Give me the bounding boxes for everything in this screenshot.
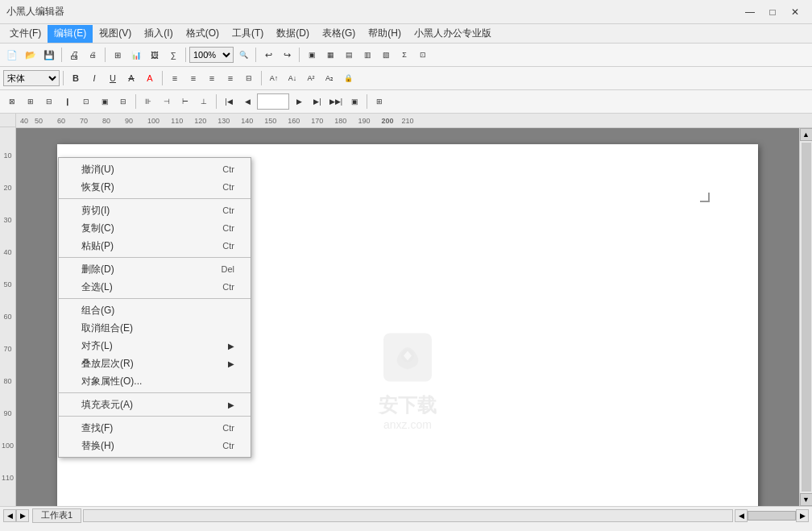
tb3-a[interactable]: ⊠ <box>3 93 21 110</box>
prev-button[interactable]: ◀ <box>238 93 256 110</box>
lock-button[interactable]: 🔒 <box>339 69 357 87</box>
tb-btn-g[interactable]: ⊡ <box>414 46 432 64</box>
status-bar: ◀ ▶ 工作表1 ◀ ▶ <box>0 506 812 524</box>
tb-btn-b[interactable]: ▦ <box>321 46 339 64</box>
font-name-select[interactable]: 宋体 <box>3 70 60 86</box>
menu-cut[interactable]: 剪切(I) Ctr <box>59 201 251 219</box>
menu-table[interactable]: 表格(G) <box>316 25 362 43</box>
h-scroll-track[interactable] <box>748 511 796 521</box>
scroll-thumb[interactable] <box>802 143 811 492</box>
open-button[interactable]: 📂 <box>22 46 39 64</box>
scroll-down-button[interactable]: ▼ <box>800 493 813 506</box>
font-smaller-button[interactable]: A↓ <box>284 69 301 87</box>
menu-align[interactable]: 对齐(L) ▶ <box>59 337 251 355</box>
right-scrollbar[interactable]: ▲ ▼ <box>799 128 812 506</box>
font-bigger-button[interactable]: A↑ <box>265 69 283 87</box>
underline-button[interactable]: U <box>104 69 122 87</box>
chart-button[interactable]: 📊 <box>127 46 145 64</box>
fontcolor-button[interactable]: A <box>141 69 159 87</box>
tb-btn-a[interactable]: ▣ <box>303 46 321 64</box>
tb3-e[interactable]: ⊡ <box>77 93 95 110</box>
next-page-button[interactable]: ▶| <box>309 93 326 110</box>
print-button[interactable]: 🖨 <box>65 46 83 64</box>
image-button[interactable]: 🖼 <box>146 46 164 64</box>
zoom-select[interactable]: 100% 75% 50% 150% <box>189 47 234 63</box>
sheet-nav-right[interactable]: ▶ <box>16 509 29 522</box>
next-button[interactable]: ▶ <box>290 93 308 110</box>
menu-copy[interactable]: 复制(C) Ctr <box>59 219 251 237</box>
sheet-tab[interactable]: 工作表1 <box>32 508 81 523</box>
menu-data[interactable]: 数据(D) <box>270 25 316 43</box>
menu-ungroup[interactable]: 取消组合(E) <box>59 319 251 337</box>
menu-edit[interactable]: 编辑(E) <box>48 25 93 43</box>
align-center-button[interactable]: ≡ <box>184 69 202 87</box>
maximize-button[interactable]: □ <box>762 4 783 20</box>
sep-e <box>59 416 251 417</box>
tb3-b[interactable]: ⊞ <box>22 93 39 110</box>
menu-tools[interactable]: 工具(T) <box>226 25 270 43</box>
subscript-button[interactable]: A₂ <box>321 69 338 87</box>
menu-undo[interactable]: 撤消(U) Ctr <box>59 160 251 178</box>
tb3-n[interactable]: ⊞ <box>371 93 388 110</box>
left-ruler: 10 20 30 40 50 60 70 80 90 100 110 120 <box>0 127 16 506</box>
sheet-nav-left[interactable]: ◀ <box>3 509 16 522</box>
prev-page-button[interactable]: |◀ <box>220 93 238 110</box>
menu-replace[interactable]: 替换(H) Ctr <box>59 437 251 454</box>
ruler-h-mark: 110 <box>171 117 183 125</box>
last-page-button[interactable]: ▶▶| <box>327 93 345 110</box>
tb-btn-d[interactable]: ▥ <box>358 46 376 64</box>
menu-help[interactable]: 帮助(H) <box>362 25 408 43</box>
menu-file[interactable]: 文件(F) <box>3 25 48 43</box>
menu-order[interactable]: 叠放层次(R) ▶ <box>59 355 251 372</box>
tb3-k[interactable]: ⊥ <box>195 93 213 110</box>
close-button[interactable]: ✕ <box>785 4 806 20</box>
new-button[interactable]: 📄 <box>3 46 21 64</box>
scroll-left-button[interactable]: ◀ <box>735 509 748 522</box>
menu-redo[interactable]: 恢复(R) Ctr <box>59 178 251 196</box>
table-insert-button[interactable]: ⊞ <box>109 46 126 64</box>
printpreview-button[interactable]: 🖨 <box>84 46 102 64</box>
tb3-c[interactable]: ⊟ <box>40 93 58 110</box>
tb3-h[interactable]: ⊪ <box>139 93 157 110</box>
align-justify-button[interactable]: ≡ <box>222 69 239 87</box>
italic-button[interactable]: I <box>85 69 103 87</box>
menu-selectall[interactable]: 全选(L) Ctr <box>59 278 251 296</box>
menu-find[interactable]: 查找(F) Ctr <box>59 419 251 437</box>
menu-pro[interactable]: 小黑人办公专业版 <box>408 25 498 43</box>
menu-fillelement[interactable]: 填充表元(A) ▶ <box>59 396 251 413</box>
tb3-m[interactable]: ▣ <box>346 93 363 110</box>
tb3-j[interactable]: ⊢ <box>176 93 194 110</box>
save-button[interactable]: 💾 <box>40 46 58 64</box>
tb3-g[interactable]: ⊟ <box>114 93 132 110</box>
menu-delete[interactable]: 删除(D) Del <box>59 260 251 278</box>
tb-btn-f[interactable]: Σ <box>396 46 413 64</box>
menu-paste[interactable]: 粘贴(P) Ctr <box>59 237 251 255</box>
menu-objprop[interactable]: 对象属性(O)... <box>59 372 251 390</box>
tb3-i[interactable]: ⊣ <box>158 93 176 110</box>
align-right-button[interactable]: ≡ <box>203 69 221 87</box>
tb-btn-e[interactable]: ▧ <box>377 46 395 64</box>
formula-button[interactable]: ∑ <box>164 46 182 64</box>
horizontal-scrollbar[interactable] <box>83 509 733 522</box>
replace-shortcut: Ctr <box>222 441 234 450</box>
zoom-btn[interactable]: 🔍 <box>234 46 252 64</box>
tb3-f[interactable]: ▣ <box>96 93 114 110</box>
superscript-button[interactable]: A² <box>302 69 320 87</box>
menu-format[interactable]: 格式(O) <box>180 25 226 43</box>
menu-view[interactable]: 视图(V) <box>93 25 138 43</box>
scroll-right-button[interactable]: ▶ <box>796 509 809 522</box>
align-left-button[interactable]: ≡ <box>166 69 184 87</box>
selectall-shortcut: Ctr <box>222 282 234 292</box>
redo-tb-button[interactable]: ↪ <box>278 46 296 64</box>
minimize-button[interactable]: — <box>740 4 760 20</box>
undo-tb-button[interactable]: ↩ <box>259 46 277 64</box>
menu-group[interactable]: 组合(G) <box>59 301 251 319</box>
menu-insert[interactable]: 插入(I) <box>138 25 179 43</box>
tb3-d[interactable]: ❙ <box>59 93 77 110</box>
distribute-button[interactable]: ⊟ <box>240 69 258 87</box>
bold-button[interactable]: B <box>67 69 85 87</box>
strikethrough-button[interactable]: A <box>122 69 140 87</box>
tb-btn-c[interactable]: ▤ <box>340 46 358 64</box>
page-input[interactable] <box>257 93 289 110</box>
scroll-up-button[interactable]: ▲ <box>800 128 813 141</box>
